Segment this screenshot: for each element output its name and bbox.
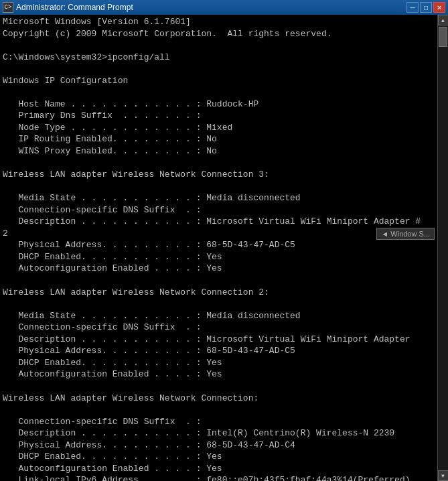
maximize-button[interactable]: □ [420, 2, 432, 13]
cmd-icon: C> [3, 2, 13, 13]
scrollbar[interactable]: ▲ ▼ [437, 15, 448, 481]
scroll-track[interactable] [438, 25, 448, 470]
watermark: ◄ Window S... [376, 228, 435, 240]
terminal-output[interactable]: Microsoft Windows [Version 6.1.7601] Cop… [0, 15, 437, 481]
title-text: Administrator: Command Prompt [16, 3, 133, 12]
title-bar-left: C> Administrator: Command Prompt [3, 2, 133, 13]
title-bar: C> Administrator: Command Prompt ─ □ ✕ [0, 0, 448, 15]
scroll-down-arrow[interactable]: ▼ [438, 470, 449, 481]
title-buttons: ─ □ ✕ [406, 2, 445, 13]
minimize-button[interactable]: ─ [406, 2, 419, 13]
close-button[interactable]: ✕ [433, 2, 445, 13]
scroll-thumb[interactable] [439, 27, 447, 47]
terminal-container: Microsoft Windows [Version 6.1.7601] Cop… [0, 15, 448, 481]
scroll-up-arrow[interactable]: ▲ [438, 15, 449, 25]
